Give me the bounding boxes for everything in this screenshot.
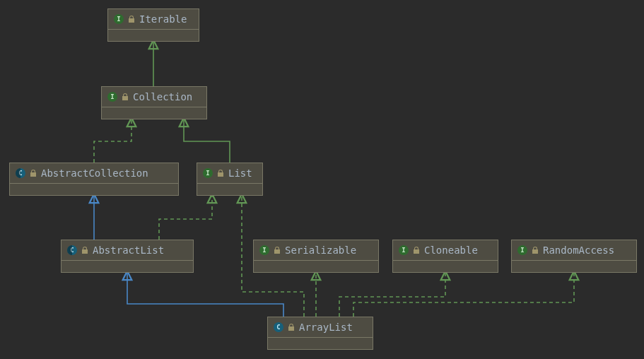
node-label: RandomAccess <box>543 245 614 256</box>
edge-abstractcollection-collection <box>94 119 131 163</box>
abstract-class-icon: C <box>67 245 77 255</box>
lock-icon <box>128 16 135 23</box>
node-collection[interactable]: I Collection <box>101 86 207 119</box>
node-list[interactable]: I List <box>197 163 263 196</box>
node-label: ArrayList <box>299 322 353 333</box>
interface-icon: I <box>259 245 269 255</box>
interface-icon: I <box>399 245 409 255</box>
lock-icon <box>81 247 88 254</box>
edge-arraylist-randomaccess <box>353 272 574 317</box>
edge-list-collection <box>184 119 230 163</box>
interface-icon: I <box>203 168 213 178</box>
lock-icon <box>30 170 37 177</box>
interface-icon: I <box>107 92 117 102</box>
lock-icon <box>217 170 224 177</box>
edge-arraylist-cloneable <box>339 272 445 317</box>
edge-arraylist-abstractlist <box>127 272 283 317</box>
node-label: Serializable <box>285 245 356 256</box>
lock-icon <box>288 324 295 331</box>
edge-abstractlist-list <box>159 195 212 240</box>
interface-icon: I <box>517 245 527 255</box>
interface-icon: I <box>114 14 124 24</box>
node-serializable[interactable]: I Serializable <box>253 240 379 273</box>
lock-icon <box>413 247 420 254</box>
lock-icon <box>122 93 129 100</box>
node-label: List <box>228 167 252 179</box>
node-label: AbstractList <box>93 245 164 256</box>
node-cloneable[interactable]: I Cloneable <box>392 240 498 273</box>
node-label: Collection <box>133 91 192 102</box>
node-arraylist[interactable]: C ArrayList <box>267 317 373 350</box>
node-random-access[interactable]: I RandomAccess <box>511 240 637 273</box>
node-label: Cloneable <box>424 245 478 256</box>
node-label: Iterable <box>139 13 187 25</box>
lock-icon <box>274 247 281 254</box>
abstract-class-icon: C <box>16 168 25 178</box>
node-abstract-list[interactable]: C AbstractList <box>61 240 194 273</box>
node-iterable[interactable]: I Iterable <box>107 8 199 42</box>
node-label: AbstractCollection <box>41 167 148 179</box>
class-icon: C <box>274 322 283 332</box>
lock-icon <box>532 247 539 254</box>
node-abstract-collection[interactable]: C AbstractCollection <box>9 163 179 196</box>
